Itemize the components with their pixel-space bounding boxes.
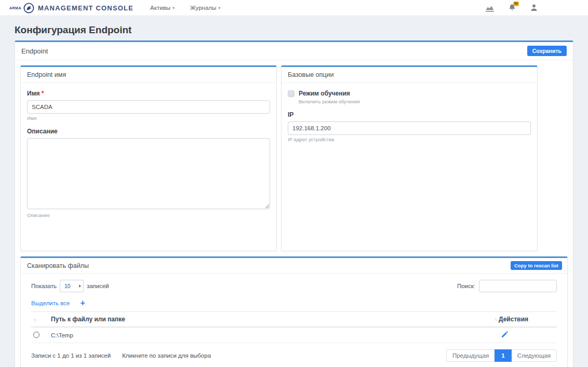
main-menu: Активы ▾ Журналы ▾ xyxy=(150,5,220,11)
menu-assets-label: Активы xyxy=(150,5,170,11)
panels-row: Endpoint имя Имя * Имя Описание О xyxy=(20,65,568,251)
pagination: Предыдущая 1 Следующая xyxy=(446,349,557,362)
notification-badge: 80 xyxy=(513,2,519,6)
name-input[interactable] xyxy=(27,100,270,114)
row-select-checkbox[interactable] xyxy=(33,332,39,338)
row-path-cell: C:\Temp xyxy=(49,327,492,343)
basic-options-panel-body: Режим обучения Включить режим обучения I… xyxy=(282,83,537,251)
copy-to-rescan-button[interactable]: Copy to rescan list xyxy=(511,261,562,270)
learning-mode-helper-text: Включить режим обучения xyxy=(299,99,531,104)
user-profile-icon[interactable] xyxy=(530,4,538,12)
chart-icon[interactable] xyxy=(485,4,495,12)
menu-logs-label: Журналы xyxy=(190,5,216,11)
save-button[interactable]: Сохранить xyxy=(527,46,567,56)
records-label: записей xyxy=(87,283,109,289)
search-group: Поиск: xyxy=(457,280,557,292)
page-title: Конфигурация Endpoint xyxy=(15,24,573,36)
select-all-link[interactable]: Выделить все xyxy=(31,300,70,306)
row-select-cell xyxy=(31,327,49,343)
page-size-group: Показать 10 ▴ ▾ записей xyxy=(31,280,109,292)
learning-mode-group: Режим обучения Включить режим обучения xyxy=(288,90,531,104)
path-sort-header[interactable]: ↑↓ xyxy=(31,312,49,328)
scan-paths-table: ↑↓ Путь к файлу или папке ↑↓ Действия xyxy=(31,311,557,343)
show-label: Показать xyxy=(31,283,57,289)
table-controls-row: Показать 10 ▴ ▾ записей Поиск: xyxy=(31,280,557,292)
name-label-text: Имя xyxy=(27,90,40,97)
actions-header-label: Действия xyxy=(499,316,528,323)
brand-logo[interactable]: ARMA MANAGEMENT CONSOLE xyxy=(9,3,133,13)
search-label: Поиск: xyxy=(457,283,475,289)
table-row[interactable]: C:\Temp xyxy=(31,327,557,343)
scan-files-card: Сканировать файлы Copy to rescan list По… xyxy=(20,256,568,367)
scan-files-card-body: Показать 10 ▴ ▾ записей Поиск: xyxy=(21,274,567,367)
endpoint-name-panel-title: Endpoint имя xyxy=(27,71,66,78)
row-actions-cell xyxy=(492,327,557,343)
endpoint-name-panel-body: Имя * Имя Описание Описание xyxy=(21,83,276,251)
required-asterisk: * xyxy=(42,90,44,97)
learning-mode-checkbox[interactable] xyxy=(288,90,295,97)
menu-assets[interactable]: Активы ▾ xyxy=(150,5,175,11)
basic-options-panel-title: Базовые опции xyxy=(288,71,333,78)
notifications-bell-icon[interactable]: 80 xyxy=(508,4,516,12)
menu-logs[interactable]: Журналы ▾ xyxy=(190,5,220,11)
scan-files-card-header: Сканировать файлы Copy to rescan list xyxy=(21,258,567,274)
actions-column-header[interactable]: ↑↓ Действия xyxy=(492,312,557,328)
basic-options-panel: Базовые опции Режим обучения Включить ре… xyxy=(281,65,538,251)
caret-down-icon: ▾ xyxy=(172,6,175,10)
caret-down-icon: ▾ xyxy=(218,6,220,10)
pagination-next-button[interactable]: Следующая xyxy=(512,349,557,362)
pagination-previous-button[interactable]: Предыдущая xyxy=(446,349,495,362)
learning-mode-label: Режим обучения xyxy=(299,90,350,97)
learning-mode-row: Режим обучения xyxy=(288,90,531,97)
arma-logo-text: ARMA xyxy=(9,6,21,10)
row-select-hint-text: Кликните по записи для выбора xyxy=(122,352,211,359)
ip-helper-text: IP адрес устройства xyxy=(288,137,531,142)
edit-pencil-icon[interactable] xyxy=(501,331,508,338)
table-footer-texts: Записи с 1 до 1 из 1 записей Кликните по… xyxy=(31,352,211,359)
arma-helmet-icon xyxy=(23,3,34,13)
endpoint-card-header: Endpoint Сохранить xyxy=(15,42,573,60)
basic-options-panel-header: Базовые опции xyxy=(282,67,537,83)
endpoint-name-panel-header: Endpoint имя xyxy=(21,67,276,83)
table-footer: Записи с 1 до 1 из 1 записей Кликните по… xyxy=(31,349,557,362)
table-header-row: ↑↓ Путь к файлу или папке ↑↓ Действия xyxy=(31,312,557,328)
path-column-header[interactable]: Путь к файлу или папке xyxy=(49,312,492,328)
records-info-text: Записи с 1 до 1 из 1 записей xyxy=(31,352,111,359)
select-carets-icon: ▴ ▾ xyxy=(79,284,81,288)
search-input[interactable] xyxy=(479,280,557,292)
sort-icon[interactable]: ↑↓ xyxy=(33,317,36,322)
top-navbar: ARMA MANAGEMENT CONSOLE Активы ▾ Журналы… xyxy=(0,0,588,16)
add-path-plus-icon[interactable]: + xyxy=(80,299,85,307)
description-label: Описание xyxy=(27,128,270,135)
pagination-page-1-button[interactable]: 1 xyxy=(495,349,511,362)
name-label: Имя * xyxy=(27,90,270,97)
endpoint-card-title: Endpoint xyxy=(21,47,48,55)
description-textarea[interactable] xyxy=(27,138,270,209)
scan-files-card-title: Сканировать файлы xyxy=(27,262,89,269)
ip-input[interactable] xyxy=(288,121,531,135)
page-size-select[interactable]: 10 ▴ ▾ xyxy=(60,280,84,292)
brand-title: MANAGEMENT CONSOLE xyxy=(38,4,133,12)
caret-down-icon: ▾ xyxy=(79,286,81,288)
select-all-row: Выделить все + xyxy=(31,299,557,307)
description-helper-text: Описание xyxy=(27,212,270,218)
ip-label: IP xyxy=(288,111,531,118)
sort-icon[interactable]: ↑↓ xyxy=(494,317,497,322)
page-size-value: 10 xyxy=(64,283,71,289)
name-helper-text: Имя xyxy=(27,115,270,121)
ip-field-group: IP IP адрес устройства xyxy=(288,111,531,142)
navbar-icons: 80 xyxy=(485,4,538,12)
endpoint-card-body: Endpoint имя Имя * Имя Описание О xyxy=(15,60,573,367)
endpoint-card: Endpoint Сохранить Endpoint имя Имя * Им… xyxy=(15,40,573,367)
name-field-group: Имя * Имя xyxy=(27,90,270,121)
endpoint-name-panel: Endpoint имя Имя * Имя Описание О xyxy=(20,65,277,251)
description-field-group: Описание Описание xyxy=(27,128,270,218)
